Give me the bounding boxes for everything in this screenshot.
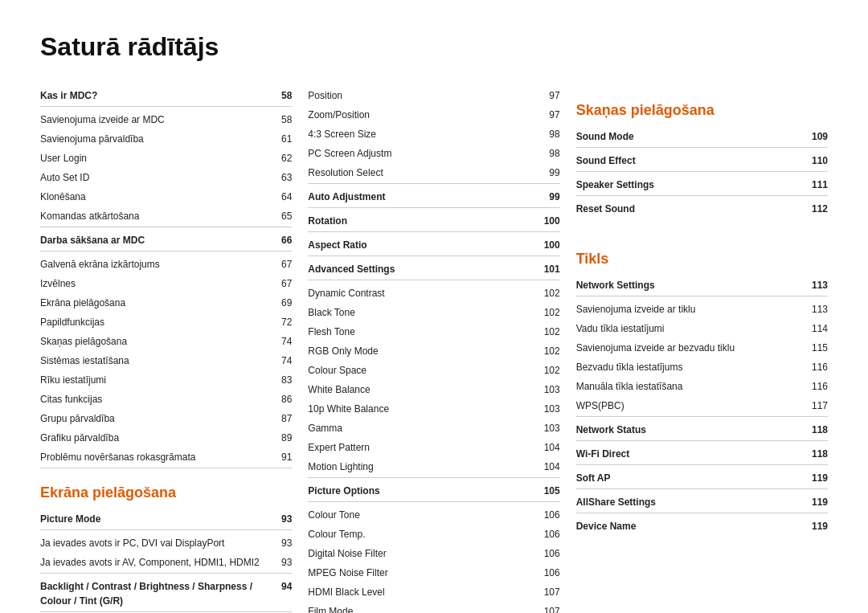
entry-label: Position <box>308 88 549 103</box>
list-item: Backlight / Contrast / Brightness / Shar… <box>40 577 292 612</box>
list-item: Film Mode107 <box>308 602 559 613</box>
list-item: Auto Set ID63 <box>40 168 292 187</box>
entry-label: Galvenā ekrāna izkārtojums <box>40 257 281 272</box>
list-item: Aspect Ratio100 <box>308 235 559 256</box>
column-2: Position97Zoom/Position974:3 Screen Size… <box>308 86 575 613</box>
entry-page: 102 <box>544 286 560 300</box>
entry-page: 106 <box>544 566 560 580</box>
list-item: MPEG Noise Filter106 <box>308 563 559 582</box>
entry-page: 109 <box>812 129 828 144</box>
entry-label: Zoom/Position <box>308 108 549 122</box>
list-item: Device Name119 <box>576 517 828 536</box>
entry-label: Kas ir MDC? <box>40 88 281 103</box>
list-item: Bezvadu tīkla iestatījums116 <box>576 358 828 377</box>
list-item: Colour Temp.106 <box>308 525 559 544</box>
entry-label: Ja ievades avots ir PC, DVI vai DisplayP… <box>40 536 281 550</box>
list-item: Rotation100 <box>308 211 559 232</box>
column-3: Skaņas pielāgošanaSound Mode109Sound Eff… <box>576 86 828 613</box>
entry-label: Black Tone <box>308 305 543 320</box>
entry-label: AllShare Settings <box>576 495 812 509</box>
list-item: Network Status118 <box>576 420 828 441</box>
list-item: WPS(PBC)117 <box>576 396 828 417</box>
entry-page: 114 <box>812 321 828 336</box>
list-item: Expert Pattern104 <box>308 438 559 457</box>
list-item: White Balance103 <box>308 380 559 399</box>
entry-page: 61 <box>281 132 292 146</box>
entry-label: Flesh Tone <box>308 325 543 339</box>
list-item: Digital Noise Filter106 <box>308 544 559 563</box>
entry-label: Darba sākšana ar MDC <box>40 233 281 247</box>
entry-page: 67 <box>281 257 292 272</box>
entry-page: 69 <box>281 296 292 310</box>
entry-label: User Login <box>40 151 281 166</box>
list-item: User Login62 <box>40 149 292 168</box>
list-item: Colour Tone106 <box>308 505 559 525</box>
list-item: Papildfunkcijas72 <box>40 313 292 332</box>
entry-label: Colour Space <box>308 363 543 378</box>
list-item: Citas funkcijas86 <box>40 390 292 409</box>
entry-label: Advanced Settings <box>308 262 543 276</box>
list-item: Ekrāna pielāgošana69 <box>40 293 292 313</box>
entry-page: 98 <box>549 127 559 141</box>
list-item: Advanced Settings101 <box>308 260 559 280</box>
entry-label: Picture Options <box>308 484 543 498</box>
list-item: 10p White Balance103 <box>308 399 559 419</box>
list-item: Resolution Select99 <box>308 163 559 184</box>
entry-page: 106 <box>544 527 560 541</box>
entry-label: Bezvadu tīkla iestatījums <box>576 360 812 374</box>
entry-label: White Balance <box>308 382 543 397</box>
entry-page: 104 <box>544 440 560 455</box>
list-item: Reset Sound112 <box>576 199 828 219</box>
list-item: Gamma103 <box>308 419 559 438</box>
entry-page: 65 <box>281 209 292 223</box>
entry-page: 99 <box>549 166 559 180</box>
list-item: Black Tone102 <box>308 303 559 322</box>
entry-page: 103 <box>544 402 560 416</box>
list-item: Savienojuma pārvaldība61 <box>40 129 292 149</box>
list-item: Skaņas pielāgošana74 <box>40 332 292 351</box>
entry-page: 119 <box>812 495 828 509</box>
entry-page: 97 <box>549 108 559 122</box>
list-item: Flesh Tone102 <box>308 322 559 341</box>
list-item: PC Screen Adjustm98 <box>308 144 559 163</box>
list-item: Kas ir MDC?58 <box>40 86 292 107</box>
list-item: Sistēmas iestatīšana74 <box>40 351 292 370</box>
main-title: Saturā rādītājs <box>40 32 828 62</box>
list-item: Sound Mode109 <box>576 127 828 148</box>
entry-page: 107 <box>544 585 560 599</box>
entry-label: Auto Adjustment <box>308 190 549 204</box>
entry-page: 106 <box>544 546 560 561</box>
entry-label: Komandas atkārtošana <box>40 209 281 223</box>
entry-label: Manuāla tīkla iestatīšana <box>576 379 812 394</box>
entry-label: Rīku iestatījumi <box>40 373 281 387</box>
entry-label: Grafiku pārvaldība <box>40 431 281 445</box>
entry-label: Izvēlnes <box>40 276 281 291</box>
entry-label: Network Status <box>576 423 812 437</box>
list-item: Izvēlnes67 <box>40 274 292 293</box>
column-1: Kas ir MDC?58Savienojuma izveide ar MDC5… <box>40 86 308 613</box>
list-item: Position97 <box>308 86 559 105</box>
entry-page: 119 <box>812 519 828 533</box>
entry-page: 74 <box>281 353 292 368</box>
entry-label: Wi-Fi Direct <box>576 447 812 461</box>
list-item: RGB Only Mode102 <box>308 341 559 361</box>
entry-page: 118 <box>812 447 828 461</box>
entry-label: Resolution Select <box>308 166 549 180</box>
entry-page: 91 <box>281 450 292 464</box>
list-item: Motion Lighting104 <box>308 457 559 478</box>
entry-label: Vadu tīkla iestatījumi <box>576 321 812 336</box>
entry-label: Aspect Ratio <box>308 238 543 252</box>
list-item: Dynamic Contrast102 <box>308 284 559 303</box>
entry-label: Dynamic Contrast <box>308 286 543 300</box>
list-item: Auto Adjustment99 <box>308 187 559 208</box>
entry-page: 89 <box>281 431 292 445</box>
entry-page: 102 <box>544 344 560 358</box>
entry-label: Device Name <box>576 519 812 533</box>
entry-label: Motion Lighting <box>308 460 543 474</box>
entry-page: 87 <box>281 411 292 426</box>
entry-page: 118 <box>812 423 828 437</box>
entry-page: 117 <box>812 398 828 413</box>
entry-label: HDMI Black Level <box>308 585 543 599</box>
entry-page: 119 <box>812 471 828 485</box>
list-item: Zoom/Position97 <box>308 105 559 125</box>
